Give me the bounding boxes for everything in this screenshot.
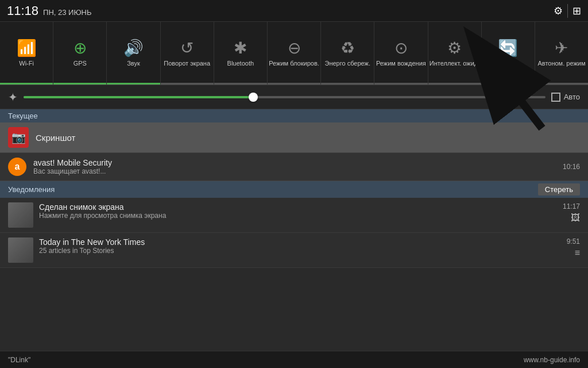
notif-thumb-0	[8, 202, 33, 228]
divider	[567, 4, 568, 18]
notif-thumb-1	[8, 237, 33, 263]
notif-content-0: Сделан снимок экранаНажмите для просмотр…	[39, 202, 557, 220]
sound-icon: 🔊	[123, 39, 144, 57]
rotate-icon: ↺	[180, 39, 194, 57]
qs-tile-airplane[interactable]: ✈Автоном. режим	[535, 22, 588, 85]
notification-item-0[interactable]: Сделан снимок экранаНажмите для просмотр…	[0, 198, 588, 233]
screenshot-notification[interactable]: 📷 Скриншот	[0, 122, 588, 153]
sync-label: Синхр.	[498, 60, 518, 67]
screenshot-icon: 📷	[8, 127, 29, 148]
qs-tile-wifi[interactable]: 📶Wi-Fi	[0, 22, 53, 85]
brightness-thumb	[249, 93, 258, 102]
gps-icon: ⊕	[74, 39, 87, 57]
drive-mode-label: Режим вождения	[376, 60, 426, 67]
qs-tile-sync[interactable]: 🔄Синхр.	[482, 22, 535, 85]
smart-idle-label: Интеллект. ожид.	[430, 60, 479, 67]
notification-list: Сделан снимок экранаНажмите для просмотр…	[0, 198, 588, 268]
notifications-label: Уведомления	[8, 185, 55, 194]
site-label: www.nb-guide.info	[524, 356, 580, 364]
notif-time-0: 11:17	[563, 202, 580, 210]
drive-mode-icon: ⊙	[394, 39, 408, 57]
bluetooth-label: Bluetooth	[227, 60, 254, 67]
quick-settings-panel: 📶Wi-Fi⊕GPS🔊Звук↺Поворот экрана✱Bluetooth…	[0, 22, 588, 85]
lock-mode-icon: ⊖	[288, 39, 301, 57]
brightness-fill	[24, 96, 253, 98]
gps-label: GPS	[74, 60, 87, 67]
auto-brightness-check[interactable]: Авто	[551, 93, 580, 102]
network-label: "DLink"	[8, 356, 30, 364]
time-display: 11:18	[7, 3, 38, 18]
avast-content: avast! Mobile Security Вас защищает avas…	[33, 158, 556, 175]
avast-icon: a	[8, 158, 26, 176]
grid-icon[interactable]: ⊞	[572, 5, 581, 17]
qs-tile-lock-mode[interactable]: ⊖Режим блокиров.	[268, 22, 321, 85]
energy-save-icon: ♻	[341, 39, 355, 57]
rotate-label: Поворот экрана	[164, 60, 210, 67]
notif-time-1: 9:51	[567, 237, 580, 246]
sound-label: Звук	[127, 60, 140, 67]
notif-badge-0: 🖼	[571, 213, 580, 223]
notif-content-1: Today in The New York Times25 articles i…	[39, 237, 561, 255]
settings-icon[interactable]: ⚙	[554, 5, 563, 17]
notif-badge-1: ≡	[575, 248, 580, 258]
brightness-icon: ✦	[8, 90, 18, 104]
avast-notification[interactable]: a avast! Mobile Security Вас защищает av…	[0, 153, 588, 181]
brightness-row: ✦ Авто	[0, 85, 588, 109]
screenshot-title: Скриншот	[36, 133, 75, 143]
status-icons: ⚙ ⊞	[554, 4, 581, 18]
auto-label: Авто	[564, 93, 580, 101]
qs-tile-rotate[interactable]: ↺Поворот экрана	[161, 22, 214, 85]
notif-title-0: Сделан снимок экрана	[39, 202, 557, 212]
bluetooth-icon: ✱	[234, 39, 247, 57]
sync-icon: 🔄	[498, 39, 518, 57]
bottom-bar: "DLink" www.nb-guide.info	[0, 351, 588, 368]
current-section-header: Текущее	[0, 109, 588, 122]
avast-subtitle: Вас защищает avast!...	[33, 167, 556, 175]
avast-title: avast! Mobile Security	[33, 158, 556, 167]
time-date: 11:18 ПН, 23 ИЮНЬ	[7, 3, 92, 18]
notifications-section-header: Уведомления Стереть	[0, 181, 588, 198]
notif-sub-0: Нажмите для просмотра снимка экрана	[39, 212, 557, 220]
clear-notifications-button[interactable]: Стереть	[538, 183, 580, 195]
qs-tile-drive-mode[interactable]: ⊙Режим вождения	[374, 22, 428, 85]
qs-tile-energy-save[interactable]: ♻Энерго сбереж.	[321, 22, 374, 85]
wifi-label: Wi-Fi	[19, 60, 34, 67]
date-display: ПН, 23 ИЮНЬ	[43, 8, 91, 17]
avast-time: 10:16	[563, 163, 580, 171]
qs-tile-bluetooth[interactable]: ✱Bluetooth	[214, 22, 268, 85]
brightness-slider[interactable]	[24, 96, 546, 98]
smart-idle-icon: ⚙	[447, 39, 462, 57]
qs-tile-sound[interactable]: 🔊Звук	[107, 22, 160, 85]
notif-meta-1: 9:51≡	[567, 237, 580, 258]
airplane-icon: ✈	[555, 39, 568, 57]
notification-item-1[interactable]: Today in The New York Times25 articles i…	[0, 233, 588, 268]
notif-title-1: Today in The New York Times	[39, 237, 561, 247]
auto-checkbox[interactable]	[551, 93, 560, 102]
airplane-label: Автоном. режим	[537, 60, 585, 67]
wifi-icon: 📶	[17, 39, 37, 57]
energy-save-label: Энерго сбереж.	[324, 60, 370, 67]
qs-tile-smart-idle[interactable]: ⚙Интеллект. ожид.	[428, 22, 482, 85]
qs-tile-gps[interactable]: ⊕GPS	[53, 22, 107, 85]
lock-mode-label: Режим блокиров.	[269, 60, 319, 67]
notif-meta-0: 11:17🖼	[563, 202, 580, 223]
current-label: Текущее	[8, 112, 38, 120]
notif-sub-1: 25 articles in Top Stories	[39, 247, 561, 255]
status-bar: 11:18 ПН, 23 ИЮНЬ ⚙ ⊞	[0, 0, 588, 22]
